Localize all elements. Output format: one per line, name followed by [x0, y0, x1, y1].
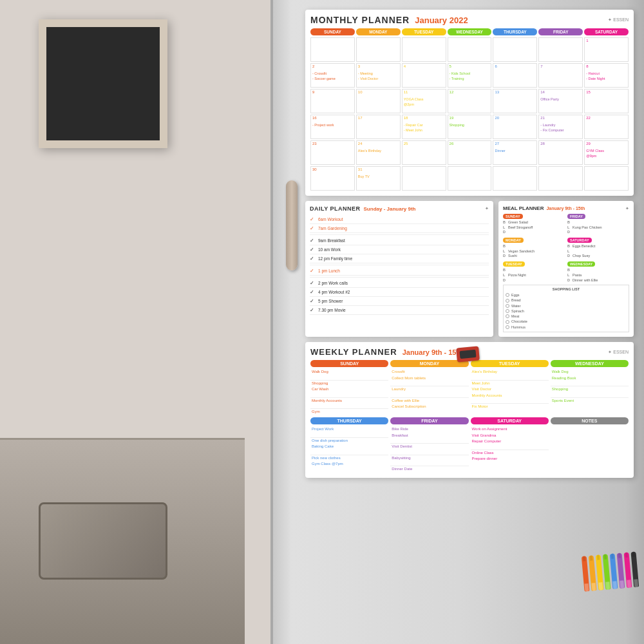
tuesday-header: TUESDAY — [402, 28, 446, 35]
calendar-cell: 19Shopping — [448, 115, 492, 139]
calendar-cell — [584, 166, 629, 191]
calendar-cell — [402, 37, 446, 62]
calendar-cell: 16- Project work — [310, 115, 355, 139]
sink-basin — [39, 502, 167, 580]
monthly-planner-header: MONTHLY PLANNER January 2022 ✦ ESSEN — [310, 15, 629, 25]
daily-item: ✓2 pm Work calls — [310, 279, 489, 288]
weekly-title: WEEKLY PLANNER — [310, 347, 397, 357]
calendar-cell: 7 — [538, 63, 583, 88]
sunday-header: SUNDAY — [310, 28, 355, 35]
calendar-cell — [310, 37, 355, 62]
thursday-header: THURSDAY — [493, 28, 537, 35]
calendar-cell: 11YOGA Class@2pm — [402, 89, 446, 113]
weekly-column: TUESDAYAlex's BirthdayMeet JohnVisit Doc… — [471, 360, 549, 415]
calendar-cell — [538, 166, 583, 191]
calendar-cell — [493, 166, 537, 191]
calendar-cell: 9 — [310, 89, 355, 113]
art-frame — [39, 19, 167, 148]
weekly-column: THURSDAYProject WorkOne dish preparation… — [310, 417, 388, 473]
daily-essen-logo: ✦ — [485, 206, 489, 211]
shopping-item: Water — [506, 303, 627, 308]
monthly-planner: MONTHLY PLANNER January 2022 ✦ ESSEN SUN… — [305, 10, 634, 196]
calendar-cell: 28 — [538, 140, 583, 165]
calendar-cell: 6 — [493, 63, 537, 88]
weekly-column: SATURDAYWork on AssignmentVisit GrandmaR… — [471, 417, 549, 473]
calendar-cell: 20 — [493, 115, 537, 139]
weekly-column: NOTES — [551, 417, 629, 473]
meal-day-block: SUNDAYBGreen SaladLBeef StroganoffD — [503, 214, 565, 235]
shopping-item: Eggs — [506, 292, 627, 298]
daily-planner-header: DAILY PLANNER Sunday - January 9th ✦ — [310, 205, 489, 212]
calendar-cell: 22 — [584, 115, 629, 139]
calendar-cell — [448, 166, 492, 191]
refrigerator: MONTHLY PLANNER January 2022 ✦ ESSEN SUN… — [270, 0, 644, 644]
weekly-bottom-grid: THURSDAYProject WorkOne dish preparation… — [310, 417, 629, 473]
daily-item: ✓4 pm Workout #2 — [310, 288, 489, 297]
shopping-title: SHOPPING LIST — [506, 287, 627, 291]
calendar-cell: 1 — [584, 37, 629, 62]
calendar-cell: 29GYM Class@9pm — [584, 140, 629, 165]
shopping-item: Meat — [506, 314, 627, 319]
meal-essen-logo: ✦ — [625, 206, 629, 211]
calendar-cell: 5- Kids School- Training — [448, 63, 492, 88]
meal-planner: MEAL PLANNER January 9th - 15th ✦ SUNDAY… — [498, 201, 634, 337]
daily-item: ✓9am Breakfast — [310, 236, 489, 245]
calendar-cell: 13 — [493, 89, 537, 113]
calendar-cell: 12 — [448, 89, 492, 113]
calendar-cell: 10 — [356, 89, 401, 113]
weekly-planner: WEEKLY PLANNER January 9th - 15th ✦ ESSE… — [305, 342, 634, 478]
fridge-handle — [286, 180, 298, 270]
magnetic-eraser — [456, 346, 480, 363]
daily-items-container: ✓6am Workout✓7am Gardening✓9am Breakfast… — [310, 215, 489, 315]
day-headers: SUNDAY MONDAY TUESDAY WEDNESDAY THURSDAY… — [310, 28, 629, 35]
friday-header: FRIDAY — [538, 28, 583, 35]
calendar-cell: 18- Repair Car- Meet John — [402, 115, 446, 139]
shopping-item: Bread — [506, 298, 627, 303]
shopping-items: EggsBreadWaterSpinachMeatChocolateHummus — [506, 292, 627, 330]
weekly-essen-logo: ✦ ESSEN — [608, 350, 629, 355]
planners-container: MONTHLY PLANNER January 2022 ✦ ESSEN SUN… — [305, 10, 634, 478]
daily-item: ✓1 pm Lunch — [310, 267, 489, 276]
monday-header: MONDAY — [356, 28, 401, 35]
meal-day-block: WEDNESDAYBLPastaDDinner with Ellie — [567, 261, 629, 283]
shopping-item: Spinach — [506, 308, 627, 314]
daily-item: ✓12 pm Family time — [310, 254, 489, 263]
daily-item: ✓10 am Work — [310, 245, 489, 254]
meal-day-block: TUESDAYBLPizza NightD — [503, 261, 565, 283]
calendar-cell: 31Buy TV — [356, 166, 401, 191]
meal-title: MEAL PLANNER — [503, 205, 544, 211]
weekly-column: FRIDAYBike RideBreakfastVisit DentistBab… — [390, 417, 468, 473]
calendar-cell: 27Dinner — [493, 140, 537, 165]
daily-item: ✓6am Workout — [310, 215, 489, 224]
meal-planner-header: MEAL PLANNER January 9th - 15th ✦ — [503, 205, 629, 211]
shopping-item: Hummus — [506, 325, 627, 330]
calendar-cell: 4 — [402, 63, 446, 88]
calendar-cell: 25 — [402, 140, 446, 165]
art-inner — [46, 27, 160, 140]
weekly-dates: January 9th - 15th — [402, 348, 463, 356]
calendar-cell — [493, 37, 537, 62]
meal-dates: January 9th - 15th — [546, 206, 585, 211]
daily-planner: DAILY PLANNER Sunday - January 9th ✦ ✓6a… — [305, 201, 493, 337]
calendar-cell: 15 — [584, 89, 629, 113]
sink-area — [0, 438, 245, 644]
weekly-column: SUNDAYWalk DogShoppingCar WashMonthly Ac… — [310, 360, 388, 415]
saturday-header: SATURDAY — [584, 28, 629, 35]
calendar-cell: 3- Meeting- Visit Doctor — [356, 63, 401, 88]
calendar-cell: 8- Haircut- Date Night — [584, 63, 629, 88]
daily-date: Sunday - January 9th — [364, 206, 416, 212]
daily-item: ✓7.30 pm Movie — [310, 306, 489, 315]
daily-item: ✓5 pm Shower — [310, 297, 489, 306]
meal-day-block: MONDAYBLVegan SandwichDSushi — [503, 238, 565, 259]
daily-item: ✓7am Gardening — [310, 224, 489, 233]
calendar-grid: 12- Crossfit- Soccer game3- Meeting- Vis… — [310, 37, 629, 191]
weekly-column: MONDAYCrossfitCollect Mom tabletsLaundry… — [390, 360, 468, 415]
markers-area — [582, 551, 639, 591]
calendar-cell: 2- Crossfit- Soccer game — [310, 63, 355, 88]
shopping-item: Chocolate — [506, 319, 627, 324]
middle-row: DAILY PLANNER Sunday - January 9th ✦ ✓6a… — [305, 201, 634, 337]
calendar-cell: 17 — [356, 115, 401, 139]
weekly-top-grid: SUNDAYWalk DogShoppingCar WashMonthly Ac… — [310, 360, 629, 415]
meal-grid: SUNDAYBGreen SaladLBeef StroganoffDFRIDA… — [503, 214, 629, 283]
calendar-cell — [402, 166, 446, 191]
